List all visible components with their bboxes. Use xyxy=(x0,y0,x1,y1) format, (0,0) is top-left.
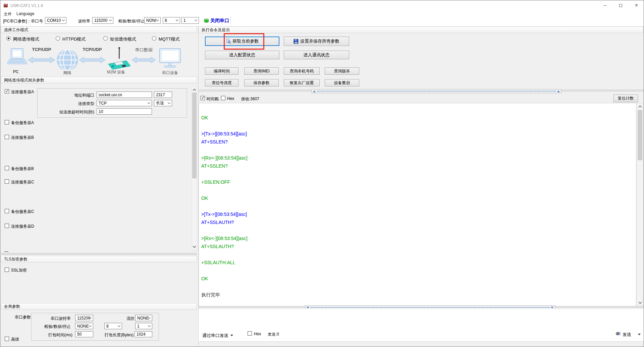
stopbits-select[interactable]: 1 xyxy=(181,17,199,24)
grip-dots xyxy=(311,307,549,308)
backup-server-c-label: 备份服务器C xyxy=(11,209,34,215)
log-line: AT+SSLAUTH? xyxy=(201,218,636,226)
addr-input[interactable]: socket.usr.cn xyxy=(97,92,152,98)
radio-mqtt-label: MQTT模式 xyxy=(159,36,180,42)
log-scrollbar[interactable] xyxy=(637,103,643,306)
minimize-button[interactable] xyxy=(597,0,613,10)
device-restart-button[interactable]: 设备重启 xyxy=(325,79,359,86)
query-number-button[interactable]: 查询本机号码 xyxy=(284,67,320,75)
set-save-button[interactable]: 设置并保存所有参数 xyxy=(284,37,349,46)
scrollbar-thumb[interactable] xyxy=(192,93,197,178)
backup-server-a-checkbox[interactable] xyxy=(5,120,9,124)
arrow-icon xyxy=(79,57,105,63)
dropdown-arrow-icon[interactable] xyxy=(230,335,233,336)
timestamp-checkbox[interactable] xyxy=(201,96,205,100)
menu-file[interactable]: 文件 xyxy=(2,11,13,18)
log-line xyxy=(201,202,636,210)
compile-time-label: 编译时间 xyxy=(214,68,230,74)
timeout-input[interactable]: 10 xyxy=(97,108,152,115)
scroll-down-icon[interactable] xyxy=(192,244,197,250)
server-b-checkbox[interactable] xyxy=(5,135,9,139)
serial-baud-select[interactable]: 115200 xyxy=(75,315,93,321)
send-horn-icon xyxy=(615,331,621,336)
app-window: USR-CAT1 V1.1.4 × 文件 Language [PC串口参数]：串… xyxy=(0,0,644,347)
tls-header: TLS加密参数 xyxy=(1,256,197,263)
enter-comm-button[interactable]: 进入通讯状态 xyxy=(284,51,349,59)
send-via-dropdown[interactable]: 通过串口发送 xyxy=(202,333,228,339)
app-icon xyxy=(3,3,8,8)
server-a-checkbox[interactable] xyxy=(5,89,9,94)
menu-language[interactable]: Language xyxy=(15,11,36,17)
serial-databits-value: 8 xyxy=(106,324,109,329)
conn-type-label: 连接类型 xyxy=(37,101,94,107)
hex-recv-checkbox[interactable] xyxy=(221,96,225,100)
pack-len-input[interactable]: 1024 xyxy=(135,331,152,337)
save-params-button[interactable]: 保存参数 xyxy=(244,79,279,86)
compile-time-button[interactable]: 编译时间 xyxy=(205,67,238,75)
send-button[interactable]: 发送 xyxy=(623,332,631,338)
set-save-label: 设置并保存所有参数 xyxy=(300,38,339,44)
log-line xyxy=(201,250,636,258)
databits-select[interactable]: 8 xyxy=(163,17,180,24)
ssl-checkbox[interactable] xyxy=(5,268,9,272)
radio-sms[interactable] xyxy=(103,36,108,41)
pack-time-input[interactable]: 50 xyxy=(75,331,93,337)
backup-server-c-checkbox[interactable] xyxy=(5,209,9,213)
com-port-value: COM10 xyxy=(47,18,61,23)
factory-reset-button[interactable]: 恢复出厂设置 xyxy=(284,79,320,86)
server-c-checkbox[interactable] xyxy=(5,179,9,184)
link-label-serial-data: 串口数据 xyxy=(135,47,153,53)
scrollbar-thumb[interactable] xyxy=(638,110,642,160)
scroll-up-icon[interactable] xyxy=(637,103,643,109)
maximize-button[interactable] xyxy=(613,0,629,10)
m2m-device-icon xyxy=(108,47,130,70)
floppy-icon xyxy=(293,39,299,44)
radio-httpd[interactable] xyxy=(56,36,60,41)
advanced-label: 高级 xyxy=(11,337,19,342)
server-c-label: 连接服务器C xyxy=(11,179,34,185)
reset-counter-button[interactable]: 复位计数 xyxy=(613,95,638,102)
enter-config-button[interactable]: 进入配置状态 xyxy=(205,51,279,59)
close-button[interactable]: × xyxy=(629,0,644,10)
query-version-button[interactable]: 查询版本 xyxy=(325,67,359,75)
sent-count: 发送:0 xyxy=(268,332,279,337)
send-input-area[interactable] xyxy=(199,309,644,341)
scroll-down-icon[interactable] xyxy=(637,300,643,306)
left-panel-scrollbar[interactable] xyxy=(192,86,197,250)
section-splitter[interactable] xyxy=(1,253,197,254)
baud-select[interactable]: 115200 xyxy=(92,17,113,24)
close-icon: × xyxy=(635,2,638,8)
timestamp-label: 时间戳 xyxy=(207,96,219,102)
flow-select[interactable]: NONE xyxy=(135,315,152,321)
query-imei-button[interactable]: 查询IMEI xyxy=(244,67,279,75)
bottom-divider xyxy=(198,341,644,342)
log-line: OK xyxy=(201,114,636,122)
log-splitter-grip[interactable] xyxy=(311,89,561,93)
query-imei-label: 查询IMEI xyxy=(253,68,270,74)
save-params-label: 保存参数 xyxy=(254,80,270,86)
com-port-select[interactable]: COM10 xyxy=(45,17,66,24)
parity-select[interactable]: NONI xyxy=(144,17,161,24)
serial-databits-select[interactable]: 8 xyxy=(104,323,122,329)
serial-stopbits-select[interactable]: 1 xyxy=(135,323,152,329)
radio-net-transparent[interactable] xyxy=(6,36,11,41)
serial-parity-select[interactable]: NONE xyxy=(75,323,93,329)
log-output[interactable]: OK >[Tx->][08:53:54][asc]AT+SSLEN? >[Rx<… xyxy=(199,103,636,306)
node-label-m2m: M2M 设备 xyxy=(107,69,125,75)
serial-stopbits-value: 1 xyxy=(137,324,140,329)
scroll-up-icon[interactable] xyxy=(192,86,197,92)
window-title: USR-CAT1 V1.1.4 xyxy=(10,3,43,8)
query-signal-button[interactable]: 查信号强度 xyxy=(205,79,238,86)
keepalive-select[interactable]: 长连 xyxy=(154,100,172,106)
conn-type-select[interactable]: TCP xyxy=(97,100,152,106)
frame-label: 检验/数据/停止 xyxy=(118,18,145,24)
close-port-button[interactable]: 关闭串口 xyxy=(210,18,229,24)
backup-server-b-checkbox[interactable] xyxy=(5,166,9,170)
send-dropdown-arrow-icon[interactable] xyxy=(638,334,641,335)
server-d-checkbox[interactable] xyxy=(5,224,9,228)
arrow-icon xyxy=(132,57,156,63)
radio-mqtt[interactable] xyxy=(152,36,156,41)
port-input[interactable]: 2317 xyxy=(154,92,172,98)
hex-send-checkbox[interactable] xyxy=(248,331,252,336)
advanced-checkbox[interactable] xyxy=(5,337,9,341)
